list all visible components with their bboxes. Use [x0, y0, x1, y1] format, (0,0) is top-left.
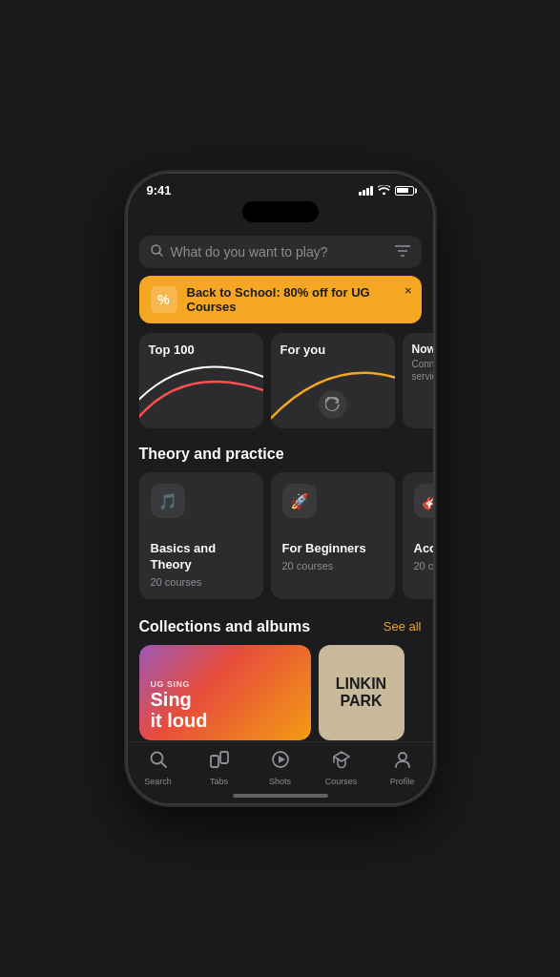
- content-area[interactable]: What do you want to play? % Back to Scho…: [128, 228, 433, 741]
- theory-card-beginners[interactable]: 🚀 For Beginners 20 courses: [271, 472, 395, 599]
- phone-frame: 9:41: [128, 174, 433, 803]
- dynamic-island: [242, 201, 319, 222]
- profile-nav-label: Profile: [390, 777, 415, 786]
- beginners-title: For Beginners: [282, 541, 384, 557]
- status-bar: 9:41: [128, 174, 433, 201]
- playlist-cards-row: Top 100 For you: [128, 333, 433, 428]
- svg-line-6: [161, 762, 166, 767]
- theory-section-title: Theory and practice: [139, 446, 284, 463]
- svg-marker-10: [279, 756, 285, 763]
- basics-icon: 🎵: [151, 484, 185, 518]
- signal-icon: [359, 186, 373, 196]
- playlist-card-foryou[interactable]: For you: [271, 333, 395, 428]
- collection-title: Singit loud: [151, 689, 300, 731]
- acoustic-icon: 🎸: [414, 484, 433, 518]
- collection-card-sing[interactable]: UG Sing Singit loud: [139, 645, 311, 740]
- svg-point-11: [399, 753, 406, 760]
- search-nav-label: Search: [144, 777, 172, 786]
- bottom-nav: Search Tabs Shots: [128, 741, 433, 790]
- tabs-nav-label: Tabs: [210, 777, 228, 786]
- profile-nav-icon: [393, 750, 412, 774]
- acoustic-title: Acoustic: [414, 541, 433, 557]
- status-icons: [359, 185, 414, 197]
- collection-small-label: UG Sing: [151, 679, 300, 689]
- collections-section-header: Collections and albums See all: [128, 614, 433, 645]
- theory-section-header: Theory and practice: [128, 442, 433, 472]
- promo-banner[interactable]: % Back to School: 80% off for UG Courses…: [139, 276, 422, 323]
- basics-title: Basics and Theory: [151, 541, 252, 573]
- svg-line-1: [158, 253, 162, 257]
- promo-text: Back to School: 80% off for UG Courses: [187, 285, 410, 314]
- acoustic-courses: 20 cour: [414, 560, 433, 572]
- now-playing-sub: Connecservice: [412, 358, 433, 383]
- playlist-card-label: Top 100: [149, 343, 195, 357]
- svg-rect-7: [211, 756, 218, 767]
- beginners-courses: 20 courses: [282, 560, 384, 572]
- nav-item-courses[interactable]: Courses: [311, 750, 372, 786]
- phone-screen: 9:41: [128, 174, 433, 803]
- nav-item-tabs[interactable]: Tabs: [189, 750, 250, 786]
- nav-item-profile[interactable]: Profile: [372, 750, 433, 786]
- basics-courses: 20 courses: [151, 576, 252, 588]
- nav-item-shots[interactable]: Shots: [250, 750, 311, 786]
- search-placeholder: What do you want to play?: [171, 244, 387, 260]
- nav-item-search[interactable]: Search: [128, 750, 189, 786]
- search-icon: [151, 244, 163, 260]
- shots-nav-icon: [271, 750, 290, 774]
- battery-icon: [395, 186, 414, 196]
- see-all-button[interactable]: See all: [384, 619, 422, 634]
- home-bar: [233, 794, 328, 798]
- promo-icon: %: [151, 286, 177, 313]
- filter-icon[interactable]: [395, 245, 410, 260]
- search-nav-icon: [149, 750, 168, 774]
- beginners-icon: 🚀: [282, 484, 317, 518]
- courses-nav-label: Courses: [325, 777, 358, 786]
- playlist-card-nowplaying[interactable]: Now pl Connecservice: [403, 333, 433, 428]
- svg-rect-8: [220, 752, 228, 763]
- theory-card-acoustic[interactable]: 🎸 Acoustic 20 cour: [403, 472, 433, 599]
- courses-nav-icon: [332, 750, 351, 774]
- theory-card-basics[interactable]: 🎵 Basics and Theory 20 courses: [139, 472, 263, 599]
- collection-card-lp[interactable]: LINKINPARK: [319, 645, 404, 740]
- promo-close-button[interactable]: ×: [404, 283, 412, 298]
- wifi-icon: [378, 185, 390, 197]
- lp-title: LINKINPARK: [336, 676, 386, 709]
- status-time: 9:41: [147, 183, 172, 197]
- search-bar[interactable]: What do you want to play?: [139, 236, 422, 268]
- shots-nav-label: Shots: [269, 777, 291, 786]
- playlist-card-label-foryou: For you: [280, 343, 326, 357]
- tabs-nav-icon: [209, 750, 230, 774]
- refresh-icon[interactable]: [319, 390, 347, 419]
- now-playing-title: Now pl: [412, 343, 433, 356]
- collections-section-title: Collections and albums: [139, 618, 311, 635]
- playlist-card-top100[interactable]: Top 100: [139, 333, 263, 428]
- collections-row: UG Sing Singit loud LINKINPARK: [128, 645, 433, 740]
- home-indicator: [128, 790, 433, 803]
- theory-cards-row: 🎵 Basics and Theory 20 courses 🚀 For Beg…: [128, 472, 433, 599]
